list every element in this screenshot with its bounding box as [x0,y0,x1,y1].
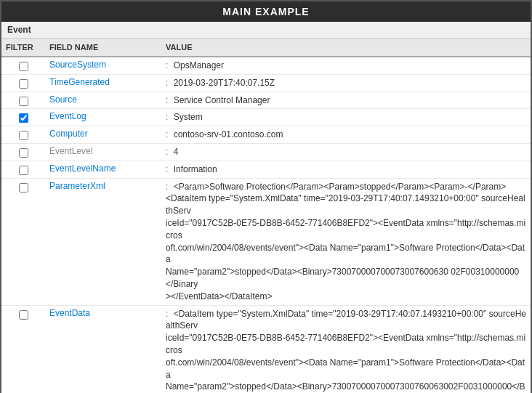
field-name: Source [45,92,161,107]
filter-checkbox[interactable] [19,183,28,193]
filter-cell [1,75,45,89]
filter-checkbox[interactable] [19,97,28,106]
filter-cell [1,144,45,158]
filter-cell [1,92,45,106]
filter-cell [1,161,45,175]
filter-checkbox[interactable] [19,166,28,175]
filter-cell [1,126,45,140]
filter-cell [1,109,45,123]
filter-checkbox[interactable] [19,310,28,320]
field-name: TimeGenerated [45,75,161,89]
field-value: : 4 [161,144,531,161]
filter-checkbox[interactable] [19,131,28,140]
field-value: : Service Control Manager [161,92,531,109]
field-value: : Information [161,161,531,178]
filter-cell [1,306,45,320]
table-row: Computer: contoso-srv-01.contoso.com [1,126,531,144]
field-name: ParameterXml [45,179,161,193]
field-value: : System [161,109,531,126]
table-row: EventData: <DataItem type="System.XmlDat… [1,306,531,393]
filter-checkbox[interactable] [19,79,28,89]
table-header: FILTER FIELD NAME VALUE [1,39,531,57]
column-value: VALUE [161,41,531,53]
table-row: EventLog: System [1,109,531,126]
filter-checkbox[interactable] [19,113,28,123]
field-value: : 2019-03-29T17:40:07.15Z [161,75,531,92]
table-body: SourceSystem: OpsManagerTimeGenerated: 2… [1,57,531,393]
field-name: EventLog [45,109,161,123]
field-value: : contoso-srv-01.contoso.com [161,126,531,143]
field-name: EventLevel [45,144,161,158]
field-name: Computer [45,126,161,141]
table-row: SourceSystem: OpsManager [1,57,531,75]
table-row: EventLevel: 4 [1,144,531,161]
field-name: EventData [45,306,161,320]
field-value: : <Param>Software Protection</Param><Par… [161,179,531,305]
table-row: TimeGenerated: 2019-03-29T17:40:07.15Z [1,75,531,92]
table-row: ParameterXml: <Param>Software Protection… [1,179,531,306]
filter-checkbox[interactable] [19,62,28,71]
table-row: Source: Service Control Manager [1,92,531,110]
field-name: SourceSystem [45,57,161,72]
title-text: MAIN EXAMPLE [222,6,309,17]
filter-cell [1,57,45,71]
title-bar: MAIN EXAMPLE [1,1,531,22]
field-value: : <DataItem type="System.XmlData" time="… [161,306,531,393]
main-container: MAIN EXAMPLE Event FILTER FIELD NAME VAL… [0,0,532,393]
column-field: FIELD NAME [45,41,161,53]
table-row: EventLevelName: Information [1,161,531,179]
field-value: : OpsManager [161,57,531,74]
section-header: Event [1,22,531,39]
column-filter: FILTER [1,41,45,53]
field-name: EventLevelName [45,161,161,176]
filter-cell [1,179,45,193]
filter-checkbox[interactable] [19,148,28,158]
